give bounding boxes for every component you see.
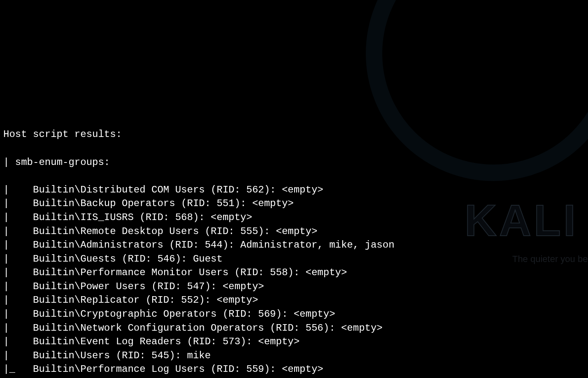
group-entry: | Builtin\Event Log Readers (RID: 573): … [3,335,588,349]
terminal-output: Host script results: | smb-enum-groups: … [3,114,588,378]
group-entry: | Builtin\IIS_IUSRS (RID: 568): <empty> [3,211,588,225]
group-entry: | Builtin\Replicator (RID: 552): <empty> [3,293,588,307]
group-entry: | Builtin\Administrators (RID: 544): Adm… [3,238,588,252]
group-entry: | Builtin\Distributed COM Users (RID: 56… [3,183,588,197]
group-entry: | Builtin\Cryptographic Operators (RID: … [3,307,588,321]
group-entry: | Builtin\Network Configuration Operator… [3,321,588,335]
groups-title: smb-enum-groups: [15,157,110,168]
group-entry: | Builtin\Remote Desktop Users (RID: 555… [3,225,588,239]
groups-title-line: | smb-enum-groups: [3,155,588,169]
header-line: Host script results: [3,128,588,141]
group-entry: | Builtin\Guests (RID: 546): Guest [3,252,588,266]
group-entry: | Builtin\Backup Operators (RID: 551): <… [3,197,588,211]
group-entry: | Builtin\Users (RID: 545): mike [3,349,588,363]
group-entry: | Builtin\Power Users (RID: 547): <empty… [3,280,588,294]
group-entry: | Builtin\Performance Monitor Users (RID… [3,266,588,280]
group-entry: |_ Builtin\Performance Log Users (RID: 5… [3,362,588,376]
